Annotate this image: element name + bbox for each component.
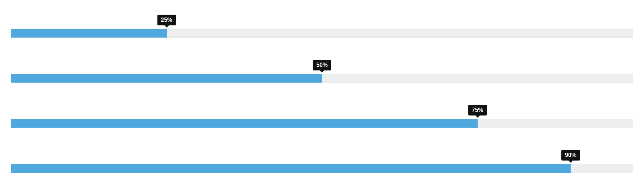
progress-tooltip: 75% [468, 105, 487, 115]
progress-fill [11, 164, 571, 173]
progress-fill [11, 119, 478, 128]
progress-fill [11, 74, 322, 83]
progress-bar: 25% [11, 14, 633, 38]
progress-track: 75% [11, 119, 633, 128]
progress-track: 50% [11, 74, 633, 83]
progress-bar: 75% [11, 104, 633, 128]
progress-bar: 90% [11, 149, 633, 173]
progress-fill [11, 29, 167, 38]
progress-tooltip: 90% [561, 150, 580, 161]
progress-track: 25% [11, 29, 633, 38]
progress-track: 90% [11, 164, 633, 173]
progress-bar: 50% [11, 59, 633, 83]
progress-tooltip: 50% [313, 60, 331, 70]
progress-bar-group: 25% 50% 75% 90% [11, 14, 633, 173]
progress-tooltip: 25% [157, 15, 176, 25]
